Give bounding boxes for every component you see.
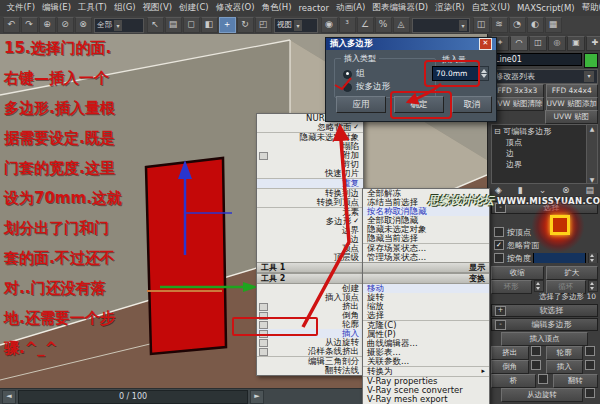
align-icon[interactable]: ≋ [491, 17, 508, 33]
menu-item-vray-properties[interactable]: V-Ray properties [363, 376, 489, 386]
mirror-icon[interactable]: ◫ [473, 17, 490, 33]
menu-modifiers[interactable]: 修改器(O) [212, 2, 258, 14]
menu-item-quickslice[interactable]: 快速切片 [257, 169, 363, 178]
stack-item-edge[interactable]: 边 [494, 148, 584, 159]
menu-maxscript[interactable]: MAXScript(M) [514, 3, 579, 13]
menu-file[interactable]: 文件(F) [3, 2, 39, 14]
menu-item-edge[interactable]: 边 [257, 235, 363, 244]
edit-polygons-rollout-header[interactable]: - 编辑多边形 [491, 318, 598, 331]
select-scale-icon[interactable]: ◰ [255, 17, 272, 33]
menu-item-move[interactable]: 移动 [363, 284, 489, 293]
select-move-icon[interactable]: ＋ [219, 17, 236, 33]
menu-item-manage-scene-states[interactable]: 管理场景状态... [363, 253, 489, 262]
menu-item-scale[interactable]: 缩放 [363, 302, 489, 311]
menu-help[interactable]: 帮助(H) [578, 2, 600, 14]
menu-item-hide-unselected-objects[interactable]: 隐藏未选定对象 [363, 225, 489, 234]
radio-selected-icon[interactable] [343, 70, 352, 79]
stack-scrollbar[interactable]: ▲ ▼ [586, 125, 597, 183]
stack-item-editable-poly[interactable]: ⊟ 可编辑多边形 [494, 126, 584, 137]
inset-settings-icon[interactable] [585, 360, 595, 370]
expand-icon[interactable]: ⊟ [494, 127, 501, 136]
outline-button[interactable]: 轮廓 [546, 346, 584, 360]
menu-item-edit-triangulation[interactable]: 编辑三角剖分 [257, 356, 363, 366]
menu-views[interactable]: 视图(V) [139, 2, 175, 14]
loop-spinner[interactable] [588, 280, 598, 292]
radio-icon[interactable] [343, 83, 352, 92]
stack-item-border[interactable]: 边界 [494, 159, 584, 170]
menu-character[interactable]: 角色(H) [258, 2, 295, 14]
uvw-map-button[interactable]: UVW 贴图 [545, 110, 599, 124]
menu-item-convert-to-vertex[interactable]: 转换到顶点 [257, 198, 363, 207]
angle-snap-icon[interactable]: ∠ [357, 17, 374, 33]
extrude-settings-icon[interactable] [531, 346, 541, 356]
menu-edit[interactable]: 编辑(E) [39, 2, 75, 14]
menu-tools[interactable]: 工具(T) [75, 2, 111, 14]
menu-rendering[interactable]: 渲染(R) [432, 2, 469, 14]
menu-item-create[interactable]: 创建 [257, 284, 363, 293]
select-object-icon[interactable]: ↖ [147, 17, 164, 33]
menu-item-vray-scene-converter[interactable]: V-Ray scene converter [363, 386, 489, 395]
menu-item-flip-normals[interactable]: 翻转法线 [257, 366, 363, 375]
menu-item-attach[interactable]: 附加 [257, 151, 363, 160]
menu-graph-editors[interactable]: 图表编辑器(D) [369, 2, 432, 14]
menu-item-vray-mesh-export[interactable]: V-Ray mesh export [363, 395, 489, 404]
bevel-settings-icon[interactable] [531, 360, 541, 370]
modifier-list-dropdown[interactable]: 修改器列表 ▾ [491, 69, 598, 84]
menu-item-insert-vertex[interactable]: 插入顶点 [257, 293, 363, 302]
menu-item-unhide-all[interactable]: 全部取消隐藏 [363, 216, 489, 225]
collapse-icon[interactable]: - [495, 320, 506, 330]
prev-frame-icon[interactable]: ◄ [2, 390, 16, 404]
bridge-button[interactable]: 桥 [491, 374, 536, 388]
utilities-tab-icon[interactable]: ✚ [586, 36, 600, 51]
render-icon[interactable]: ▦ [545, 17, 562, 33]
hinge-from-edge-button[interactable]: 从边旋转 [501, 388, 583, 402]
motion-tab-icon[interactable]: ◎ [548, 36, 566, 51]
grow-button[interactable]: 扩大 [546, 266, 599, 280]
checkbox-checked-icon[interactable]: ✓ [494, 240, 504, 250]
ring-spinner[interactable] [534, 280, 544, 292]
select-link-icon[interactable]: ⊕ [39, 17, 56, 33]
curve-editor-icon[interactable]: ◔ [509, 17, 526, 33]
time-slider[interactable]: 0 / 100 [18, 390, 248, 404]
scroll-down-icon[interactable]: ▼ [590, 176, 595, 183]
soft-selection-rollout-header[interactable]: + 软选择 [491, 304, 598, 317]
spinner-snap-icon[interactable]: ◬ [393, 17, 410, 33]
named-selection-sets-dropdown[interactable]: ▾ [412, 18, 470, 33]
radio-by-polygon-option[interactable]: 按多边形 [343, 81, 390, 93]
redo-icon[interactable]: ↷ [21, 17, 38, 33]
settings-box-icon[interactable] [259, 152, 268, 160]
menu-item-top-level[interactable]: 顶层级 [257, 253, 363, 262]
checkbox-icon[interactable] [494, 253, 504, 263]
menu-item-extrude[interactable]: 挤出 [257, 302, 363, 311]
by-angle-spinner[interactable] [588, 253, 598, 263]
cancel-button[interactable]: 取消 [452, 96, 492, 113]
spinner-up-icon[interactable] [481, 69, 487, 73]
checkbox-icon[interactable] [494, 227, 504, 237]
outline-settings-icon[interactable] [585, 346, 595, 356]
menu-reactor[interactable]: reactor [295, 3, 332, 13]
bind-spacewarp-icon[interactable]: ⊗ [75, 17, 92, 33]
menu-item-extrude-along-spline[interactable]: 沿样条线挤出 [257, 347, 363, 356]
menu-item-ignore-backfacing[interactable]: 忽略背面✓ [257, 123, 363, 132]
menu-item-dope-sheet[interactable]: 摄影表... [363, 348, 489, 357]
scroll-up-icon[interactable]: ▲ [590, 125, 595, 132]
uvw-map-add-button[interactable]: UVW 贴图添加 [546, 97, 599, 111]
insert-vertex-button[interactable]: 插入顶点 [501, 332, 588, 346]
display-tab-icon[interactable]: ▣ [567, 36, 585, 51]
unlink-icon[interactable]: ⊘ [57, 17, 74, 33]
use-pivot-center-icon[interactable]: ◉ [321, 17, 338, 33]
percent-snap-icon[interactable]: % [375, 17, 392, 33]
menu-item-border[interactable]: 边界 [257, 226, 363, 235]
by-angle-field[interactable] [533, 253, 586, 263]
bevel-button[interactable]: 倒角 [491, 360, 529, 374]
menu-item-vertex[interactable]: 顶点 [257, 244, 363, 253]
menu-item-clone[interactable]: 克隆(C) [363, 320, 489, 330]
menu-item-unhide-by-name[interactable]: 按名称取消隐藏 [363, 207, 489, 216]
menu-item-save-scene-state[interactable]: 保存场景状态... [363, 243, 489, 253]
uvw-map-clear-button[interactable]: UVW 贴图清除 [491, 97, 544, 111]
ref-coordsys-dropdown[interactable]: 视图 ▾ [274, 18, 318, 33]
flip-button[interactable]: 翻转 [553, 374, 598, 388]
modify-tab-icon[interactable]: ◠ [510, 36, 528, 51]
settings-box-icon[interactable] [259, 348, 268, 356]
settings-box-icon[interactable] [259, 303, 268, 311]
